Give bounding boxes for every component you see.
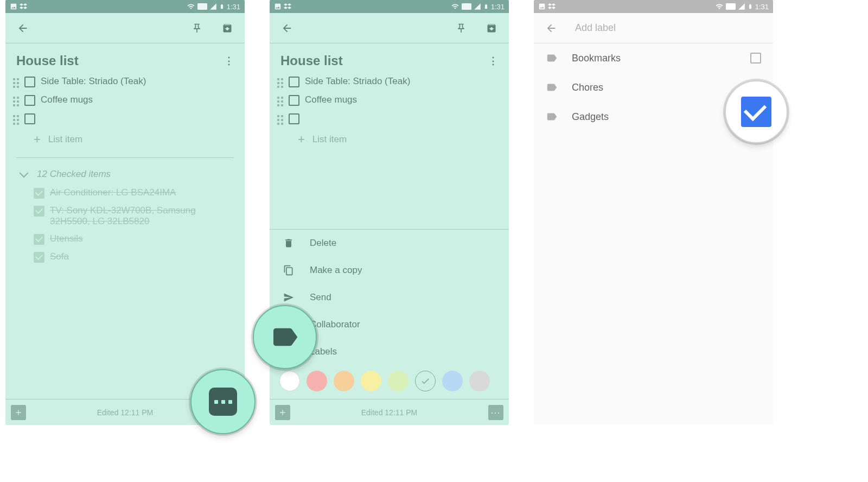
- color-swatch[interactable]: [307, 371, 327, 391]
- checkbox[interactable]: [750, 53, 761, 64]
- more-icon: [209, 388, 237, 416]
- checkbox[interactable]: [24, 113, 35, 124]
- add-item-button[interactable]: + List item: [270, 128, 509, 151]
- dropbox-icon: [20, 3, 27, 10]
- item-text[interactable]: Utensils: [50, 233, 234, 244]
- item-text[interactable]: Air Conditioner: LG BSA24IMA: [50, 187, 234, 198]
- color-swatch[interactable]: [361, 371, 381, 391]
- checkbox[interactable]: [34, 206, 44, 217]
- svg-rect-0: [197, 3, 207, 10]
- checkbox[interactable]: [24, 95, 35, 106]
- divider: [16, 157, 234, 158]
- item-text[interactable]: Side Table: Striado (Teak): [305, 76, 498, 87]
- list-item[interactable]: Sofa: [5, 248, 245, 266]
- edited-label: Edited 12:11 PM: [97, 408, 154, 417]
- back-button[interactable]: [276, 17, 298, 39]
- overflow-menu-button[interactable]: ⋮: [488, 55, 498, 67]
- list-item[interactable]: Coffee mugs: [270, 91, 509, 110]
- color-swatch[interactable]: [388, 371, 409, 391]
- add-button[interactable]: [11, 405, 26, 420]
- more-button[interactable]: ⋯: [488, 405, 503, 420]
- label-input[interactable]: Add label: [571, 22, 767, 34]
- drag-handle-icon[interactable]: [13, 97, 19, 106]
- checkbox[interactable]: [34, 234, 44, 245]
- add-item-label: List item: [48, 134, 82, 145]
- checked-count-label: 12 Checked items: [37, 169, 111, 180]
- back-button[interactable]: [12, 17, 34, 39]
- drag-handle-icon[interactable]: [277, 78, 283, 88]
- note-title[interactable]: House list: [280, 53, 343, 68]
- list-item[interactable]: [5, 110, 245, 128]
- volte-icon: [462, 3, 471, 10]
- wifi-icon: [187, 3, 195, 10]
- add-button[interactable]: [275, 405, 290, 420]
- label-row[interactable]: Bookmarks: [534, 43, 773, 73]
- label-icon: [270, 322, 300, 352]
- label-text: Gadgets: [572, 111, 609, 123]
- list-item[interactable]: Side Table: Striado (Teak): [270, 73, 509, 91]
- label-text: Bookmarks: [572, 53, 621, 64]
- drag-handle-icon[interactable]: [13, 115, 19, 125]
- archive-button[interactable]: [216, 17, 238, 39]
- item-text[interactable]: Coffee mugs: [41, 94, 234, 105]
- drag-handle-icon[interactable]: [277, 115, 283, 125]
- highlight-checked-checkbox: [725, 80, 788, 143]
- item-text[interactable]: TV: Sony KDL-32W700B, Samsung 32H5500, L…: [50, 205, 234, 227]
- sheet-delete[interactable]: Delete: [270, 230, 509, 257]
- checkbox[interactable]: [289, 113, 299, 124]
- drag-handle-icon[interactable]: [277, 97, 283, 106]
- color-swatch[interactable]: [279, 371, 300, 391]
- pin-button[interactable]: [450, 17, 472, 39]
- list-item[interactable]: Coffee mugs: [5, 91, 245, 110]
- label-icon: [546, 81, 558, 93]
- list-item[interactable]: Air Conditioner: LG BSA24IMA: [5, 184, 245, 202]
- sheet-copy[interactable]: Make a copy: [270, 257, 509, 284]
- chevron-down-icon: [20, 169, 29, 178]
- pin-button[interactable]: [186, 17, 208, 39]
- color-swatch[interactable]: [334, 371, 354, 391]
- list-item[interactable]: Side Table: Striado (Teak): [5, 73, 245, 91]
- list-item[interactable]: [270, 110, 509, 128]
- archive-button[interactable]: [481, 17, 502, 39]
- trash-icon: [283, 237, 295, 249]
- edited-label: Edited 12:11 PM: [361, 408, 418, 417]
- svg-rect-1: [462, 3, 471, 10]
- status-time: 1:31: [227, 3, 240, 11]
- note-title[interactable]: House list: [16, 53, 79, 68]
- checkbox[interactable]: [289, 77, 299, 87]
- signal-icon: [738, 3, 745, 10]
- color-swatch[interactable]: [469, 371, 490, 391]
- checkbox[interactable]: [34, 188, 44, 199]
- sheet-send[interactable]: Send: [270, 284, 509, 311]
- back-button[interactable]: [540, 17, 562, 39]
- wifi-icon: [451, 3, 459, 10]
- image-icon: [274, 3, 282, 10]
- image-icon: [10, 3, 17, 10]
- list-item[interactable]: TV: Sony KDL-32W700B, Samsung 32H5500, L…: [5, 202, 245, 230]
- checked-items-toggle[interactable]: 12 Checked items: [5, 164, 245, 184]
- dropbox-icon: [284, 3, 291, 10]
- label-text: Chores: [572, 82, 603, 93]
- checkbox[interactable]: [289, 95, 299, 106]
- checkbox[interactable]: [34, 252, 44, 263]
- label-icon: [546, 52, 558, 64]
- color-swatch-selected[interactable]: [415, 371, 436, 391]
- drag-handle-icon[interactable]: [13, 78, 19, 88]
- overflow-menu-button[interactable]: ⋮: [224, 55, 234, 67]
- sheet-label: Make a copy: [310, 265, 362, 276]
- item-text[interactable]: Coffee mugs: [305, 94, 498, 105]
- item-text[interactable]: Sofa: [50, 251, 234, 262]
- sheet-label: Collaborator: [310, 319, 360, 330]
- battery-icon: [483, 3, 489, 10]
- color-swatch[interactable]: [442, 371, 463, 391]
- wifi-icon: [715, 3, 724, 10]
- volte-icon: [197, 3, 207, 10]
- copy-icon: [283, 264, 295, 276]
- status-time: 1:31: [755, 3, 769, 11]
- sheet-label: Delete: [310, 238, 336, 249]
- checkbox[interactable]: [24, 77, 35, 87]
- app-bar: Add label: [534, 13, 773, 43]
- list-item[interactable]: Utensils: [5, 230, 245, 248]
- add-item-button[interactable]: + List item: [5, 128, 245, 151]
- item-text[interactable]: Side Table: Striado (Teak): [41, 76, 234, 87]
